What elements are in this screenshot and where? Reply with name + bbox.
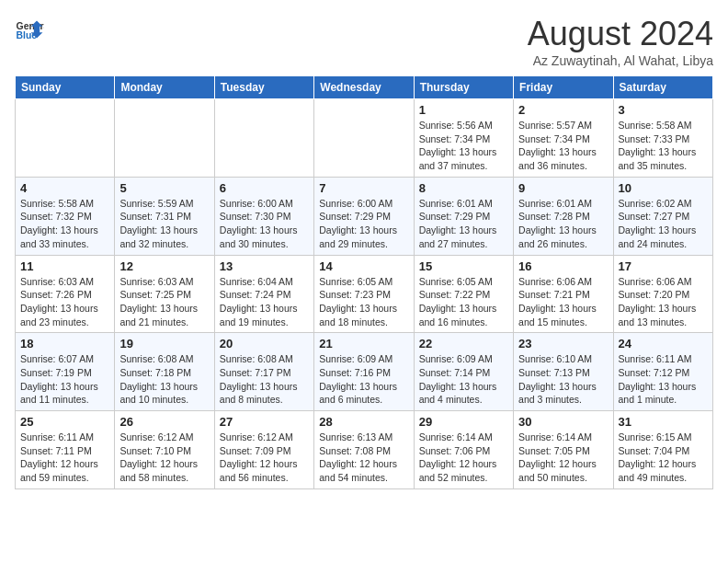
calendar-day-cell: 29Sunrise: 6:14 AM Sunset: 7:06 PM Dayli… — [414, 411, 513, 489]
day-info: Sunrise: 5:58 AM Sunset: 7:32 PM Dayligh… — [20, 197, 109, 251]
day-number: 24 — [619, 337, 708, 350]
calendar-day-cell: 10Sunrise: 6:02 AM Sunset: 7:27 PM Dayli… — [613, 177, 712, 255]
calendar-day-cell: 31Sunrise: 6:15 AM Sunset: 7:04 PM Dayli… — [613, 411, 712, 489]
calendar-week-row: 25Sunrise: 6:11 AM Sunset: 7:11 PM Dayli… — [16, 411, 713, 489]
day-number: 9 — [518, 181, 608, 195]
day-info: Sunrise: 6:11 AM Sunset: 7:11 PM Dayligh… — [20, 431, 109, 485]
day-info: Sunrise: 6:06 AM Sunset: 7:21 PM Dayligh… — [518, 275, 608, 329]
day-info: Sunrise: 6:08 AM Sunset: 7:17 PM Dayligh… — [220, 352, 309, 407]
day-info: Sunrise: 6:03 AM Sunset: 7:25 PM Dayligh… — [119, 275, 209, 329]
day-number: 17 — [619, 259, 708, 273]
calendar-day-cell — [16, 99, 115, 178]
calendar-day-cell: 15Sunrise: 6:05 AM Sunset: 7:22 PM Dayli… — [414, 255, 513, 333]
calendar-week-row: 4Sunrise: 5:58 AM Sunset: 7:32 PM Daylig… — [16, 177, 713, 255]
day-info: Sunrise: 6:06 AM Sunset: 7:20 PM Dayligh… — [619, 275, 708, 329]
calendar-day-cell — [115, 99, 214, 178]
calendar-day-cell: 11Sunrise: 6:03 AM Sunset: 7:26 PM Dayli… — [16, 255, 115, 333]
calendar-day-cell: 7Sunrise: 6:00 AM Sunset: 7:29 PM Daylig… — [314, 177, 414, 255]
calendar-day-cell: 13Sunrise: 6:04 AM Sunset: 7:24 PM Dayli… — [214, 255, 313, 333]
day-info: Sunrise: 6:12 AM Sunset: 7:10 PM Dayligh… — [119, 431, 209, 485]
day-info: Sunrise: 6:13 AM Sunset: 7:08 PM Dayligh… — [319, 431, 408, 485]
calendar-day-cell: 2Sunrise: 5:57 AM Sunset: 7:34 PM Daylig… — [514, 99, 613, 178]
calendar-day-cell: 5Sunrise: 5:59 AM Sunset: 7:31 PM Daylig… — [115, 177, 214, 255]
day-number: 6 — [220, 181, 309, 195]
calendar-day-header: Thursday — [414, 76, 513, 99]
day-info: Sunrise: 6:00 AM Sunset: 7:29 PM Dayligh… — [319, 197, 408, 251]
day-number: 26 — [119, 415, 209, 429]
day-info: Sunrise: 6:07 AM Sunset: 7:19 PM Dayligh… — [20, 352, 109, 407]
calendar-table: SundayMondayTuesdayWednesdayThursdayFrid… — [15, 75, 713, 489]
calendar-day-cell: 20Sunrise: 6:08 AM Sunset: 7:17 PM Dayli… — [214, 333, 313, 411]
day-number: 31 — [619, 415, 708, 429]
calendar-day-cell: 14Sunrise: 6:05 AM Sunset: 7:23 PM Dayli… — [314, 255, 414, 333]
calendar-day-header: Monday — [115, 76, 214, 99]
calendar-day-cell: 28Sunrise: 6:13 AM Sunset: 7:08 PM Dayli… — [314, 411, 414, 489]
calendar-day-header: Saturday — [613, 76, 712, 99]
calendar-day-cell: 25Sunrise: 6:11 AM Sunset: 7:11 PM Dayli… — [16, 411, 115, 489]
day-info: Sunrise: 6:14 AM Sunset: 7:06 PM Dayligh… — [419, 431, 508, 485]
calendar-day-cell: 6Sunrise: 6:00 AM Sunset: 7:30 PM Daylig… — [214, 177, 313, 255]
day-info: Sunrise: 5:57 AM Sunset: 7:34 PM Dayligh… — [518, 119, 608, 173]
calendar-day-cell: 4Sunrise: 5:58 AM Sunset: 7:32 PM Daylig… — [16, 177, 115, 255]
calendar-week-row: 11Sunrise: 6:03 AM Sunset: 7:26 PM Dayli… — [16, 255, 713, 333]
day-number: 16 — [518, 259, 608, 273]
calendar-day-cell: 30Sunrise: 6:14 AM Sunset: 7:05 PM Dayli… — [514, 411, 613, 489]
calendar-day-cell: 1Sunrise: 5:56 AM Sunset: 7:34 PM Daylig… — [414, 99, 513, 178]
day-info: Sunrise: 6:04 AM Sunset: 7:24 PM Dayligh… — [220, 275, 309, 329]
calendar-day-header: Friday — [514, 76, 613, 99]
calendar-day-cell: 8Sunrise: 6:01 AM Sunset: 7:29 PM Daylig… — [414, 177, 513, 255]
calendar-day-cell: 17Sunrise: 6:06 AM Sunset: 7:20 PM Dayli… — [613, 255, 712, 333]
day-number: 25 — [20, 415, 109, 429]
day-info: Sunrise: 6:14 AM Sunset: 7:05 PM Dayligh… — [518, 431, 608, 485]
day-number: 3 — [619, 103, 708, 117]
day-number: 2 — [518, 103, 608, 117]
day-info: Sunrise: 6:15 AM Sunset: 7:04 PM Dayligh… — [619, 431, 708, 485]
day-number: 22 — [419, 337, 508, 350]
logo-icon: General Blue — [15, 15, 44, 44]
day-number: 8 — [419, 181, 508, 195]
day-number: 29 — [419, 415, 508, 429]
day-info: Sunrise: 5:59 AM Sunset: 7:31 PM Dayligh… — [119, 197, 209, 251]
day-info: Sunrise: 6:00 AM Sunset: 7:30 PM Dayligh… — [220, 197, 309, 251]
calendar-day-cell: 21Sunrise: 6:09 AM Sunset: 7:16 PM Dayli… — [314, 333, 414, 411]
day-number: 27 — [220, 415, 309, 429]
day-number: 20 — [220, 337, 309, 350]
day-number: 13 — [220, 259, 309, 273]
day-number: 15 — [419, 259, 508, 273]
day-info: Sunrise: 6:12 AM Sunset: 7:09 PM Dayligh… — [220, 431, 309, 485]
calendar-day-cell: 23Sunrise: 6:10 AM Sunset: 7:13 PM Dayli… — [514, 333, 613, 411]
day-info: Sunrise: 6:01 AM Sunset: 7:28 PM Dayligh… — [518, 197, 608, 251]
calendar-day-cell — [214, 99, 313, 178]
calendar-day-cell: 26Sunrise: 6:12 AM Sunset: 7:10 PM Dayli… — [115, 411, 214, 489]
calendar-day-cell: 16Sunrise: 6:06 AM Sunset: 7:21 PM Dayli… — [514, 255, 613, 333]
day-number: 12 — [119, 259, 209, 273]
day-number: 1 — [419, 103, 508, 117]
day-info: Sunrise: 6:01 AM Sunset: 7:29 PM Dayligh… — [419, 197, 508, 251]
calendar-day-cell: 19Sunrise: 6:08 AM Sunset: 7:18 PM Dayli… — [115, 333, 214, 411]
day-info: Sunrise: 6:09 AM Sunset: 7:14 PM Dayligh… — [419, 352, 508, 407]
day-number: 14 — [319, 259, 408, 273]
calendar-day-header: Sunday — [16, 76, 115, 99]
calendar-day-cell: 3Sunrise: 5:58 AM Sunset: 7:33 PM Daylig… — [613, 99, 712, 178]
day-info: Sunrise: 6:03 AM Sunset: 7:26 PM Dayligh… — [20, 275, 109, 329]
calendar-day-cell: 12Sunrise: 6:03 AM Sunset: 7:25 PM Dayli… — [115, 255, 214, 333]
day-number: 23 — [518, 337, 608, 350]
location: Az Zuwaytinah, Al Wahat, Libya — [528, 53, 713, 68]
day-info: Sunrise: 6:08 AM Sunset: 7:18 PM Dayligh… — [119, 352, 209, 407]
day-number: 7 — [319, 181, 408, 195]
calendar-week-row: 1Sunrise: 5:56 AM Sunset: 7:34 PM Daylig… — [16, 99, 713, 178]
calendar-day-cell: 9Sunrise: 6:01 AM Sunset: 7:28 PM Daylig… — [514, 177, 613, 255]
calendar-day-cell: 27Sunrise: 6:12 AM Sunset: 7:09 PM Dayli… — [214, 411, 313, 489]
day-info: Sunrise: 6:02 AM Sunset: 7:27 PM Dayligh… — [619, 197, 708, 251]
calendar-day-cell: 22Sunrise: 6:09 AM Sunset: 7:14 PM Dayli… — [414, 333, 513, 411]
day-number: 4 — [20, 181, 109, 195]
day-number: 10 — [619, 181, 708, 195]
day-number: 30 — [518, 415, 608, 429]
day-info: Sunrise: 6:11 AM Sunset: 7:12 PM Dayligh… — [619, 352, 708, 407]
day-info: Sunrise: 5:58 AM Sunset: 7:33 PM Dayligh… — [619, 119, 708, 173]
calendar-day-header: Wednesday — [314, 76, 414, 99]
day-number: 18 — [20, 337, 109, 350]
logo: General Blue — [15, 15, 44, 44]
calendar-day-cell — [314, 99, 414, 178]
day-number: 11 — [20, 259, 109, 273]
